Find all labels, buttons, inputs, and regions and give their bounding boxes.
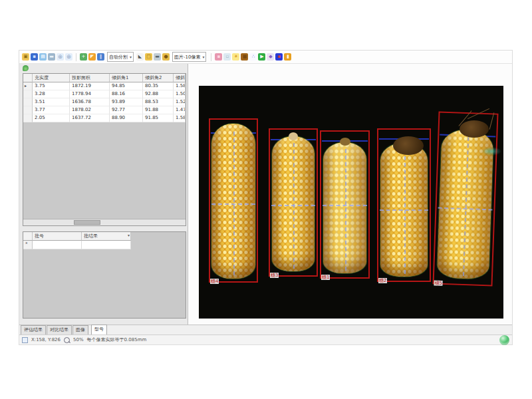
palette-icon[interactable]: ◆ bbox=[267, 53, 274, 61]
horizontal-scrollbar[interactable] bbox=[23, 219, 186, 225]
segment-mode-select[interactable]: 自动分割▾ bbox=[107, 52, 134, 62]
magnifier-icon bbox=[64, 337, 70, 343]
length-measure-line bbox=[463, 137, 469, 275]
screenshot-canvas: ▣ ▪ ▤ ▬ ◎ ◎ + ◤ ‖ 自动分割▾ ◣ □ ▬ ● 图片-10像素▾… bbox=[0, 0, 532, 399]
batch-new-row[interactable] bbox=[23, 241, 131, 249]
tab[interactable]: 图像 bbox=[72, 325, 88, 334]
zoom-level: 50% bbox=[73, 337, 84, 342]
detection-box-1[interactable]: 穗4 bbox=[209, 118, 258, 283]
pink-marker-icon[interactable]: ▪ bbox=[215, 53, 222, 61]
cell-fullness: 3.75 bbox=[33, 82, 70, 90]
col-header-fullness[interactable]: 充实度 bbox=[33, 74, 70, 82]
measure-results-grid: 充实度 投影面积 倾斜角1 倾斜角2 倾斜角3 3.75 1872.19 94.… bbox=[23, 73, 186, 226]
app-window: ▣ ▪ ▤ ▬ ◎ ◎ + ◤ ‖ 自动分割▾ ◣ □ ▬ ● 图片-10像素▾… bbox=[19, 50, 513, 345]
ear-tip bbox=[289, 132, 298, 140]
cell-angle1: 92.77 bbox=[110, 106, 143, 114]
seedling-icon bbox=[23, 65, 29, 71]
row-selector[interactable] bbox=[23, 98, 33, 106]
cell-angle1: 93.89 bbox=[110, 98, 143, 106]
brightness-sun-icon[interactable]: ☀ bbox=[232, 53, 239, 61]
table-row[interactable]: 2.05 1637.72 88.90 91.85 1.58 bbox=[23, 114, 186, 122]
camera-icon[interactable]: ● bbox=[162, 53, 170, 61]
tab[interactable]: 对比结果 bbox=[47, 325, 72, 334]
chevron-down-icon: ▾ bbox=[130, 55, 132, 59]
position-icon bbox=[22, 337, 28, 343]
row-selector[interactable] bbox=[23, 82, 33, 90]
layer-icon[interactable]: ▫ bbox=[223, 53, 231, 61]
cell-fullness: 2.05 bbox=[33, 114, 70, 122]
color-wand-icon[interactable]: + bbox=[80, 53, 87, 61]
ear-label: 穗2 bbox=[378, 278, 387, 283]
scrollbar-thumb[interactable] bbox=[74, 220, 100, 225]
cell-batch-result[interactable] bbox=[82, 241, 131, 249]
run-play-icon[interactable]: ▶ bbox=[258, 53, 265, 61]
cell-angle1: 88.16 bbox=[110, 90, 143, 98]
col-header-batch-result[interactable]: 批结果▾ bbox=[82, 232, 131, 241]
cell-angle2: 91.85 bbox=[143, 114, 174, 122]
row-selector-header[interactable] bbox=[23, 74, 33, 82]
col-header-area[interactable]: 投影面积 bbox=[70, 74, 110, 82]
cell-batch-no[interactable] bbox=[33, 241, 82, 249]
pointer-arrow-icon[interactable]: ◣ bbox=[136, 53, 144, 61]
status-bar: X:158, Y:826 50% 每个像素实际等于0.085mm bbox=[19, 334, 512, 344]
detection-box-2[interactable]: 穗3 bbox=[269, 128, 318, 277]
ear-label: 穗5 bbox=[434, 280, 443, 285]
scatter-points-icon[interactable]: ∴ bbox=[249, 53, 257, 61]
detection-box-3[interactable]: 穗1 bbox=[320, 130, 370, 279]
row-selector[interactable] bbox=[23, 114, 33, 122]
toolbar-separator bbox=[211, 53, 211, 61]
batch-grid-header-row: 批号 批结果▾ bbox=[23, 232, 131, 241]
tab[interactable]: 评估结果 bbox=[21, 325, 46, 334]
cell-angle3: 1.47 bbox=[174, 106, 186, 114]
save-icon[interactable]: ▪ bbox=[31, 53, 38, 61]
tab[interactable]: 型号 bbox=[91, 325, 107, 334]
window-blue-icon[interactable]: ▪ bbox=[275, 53, 283, 61]
cell-angle3: 1.58 bbox=[174, 114, 186, 122]
ear-tip bbox=[340, 138, 350, 146]
zoom-out-icon[interactable]: ◎ bbox=[65, 53, 72, 61]
col-header-angle3[interactable]: 倾斜角3 bbox=[174, 74, 186, 82]
corn-silk bbox=[460, 120, 489, 138]
row-selector[interactable] bbox=[23, 106, 33, 114]
zoom-in-icon[interactable]: ◎ bbox=[57, 53, 64, 61]
corn-ear bbox=[211, 124, 255, 279]
cell-angle3: 1.52 bbox=[174, 98, 186, 106]
toolbar: ▣ ▪ ▤ ▬ ◎ ◎ + ◤ ‖ 自动分割▾ ◣ □ ▬ ● 图片-10像素▾… bbox=[19, 51, 512, 64]
cell-fullness: 3.51 bbox=[33, 98, 70, 106]
split-compare-icon[interactable]: ‖ bbox=[97, 53, 104, 61]
cell-area: 1878.02 bbox=[70, 106, 110, 114]
batch-grid: 批号 批结果▾ bbox=[23, 231, 186, 319]
fill-brown-icon[interactable]: ■ bbox=[241, 53, 248, 61]
pixel-scale-select[interactable]: 图片-10像素▾ bbox=[172, 52, 206, 62]
row-selector[interactable] bbox=[23, 90, 33, 98]
col-header-angle2[interactable]: 倾斜角2 bbox=[143, 74, 174, 82]
cell-area: 1778.94 bbox=[70, 90, 110, 98]
table-row[interactable]: 3.77 1878.02 92.77 91.88 1.47 bbox=[23, 106, 186, 114]
row-selector-header[interactable] bbox=[23, 232, 33, 241]
col-header-batch-no[interactable]: 批号 bbox=[33, 232, 82, 241]
image-icon[interactable]: ▤ bbox=[39, 53, 47, 61]
cell-angle1: 94.85 bbox=[110, 82, 143, 90]
brand-orb-icon bbox=[499, 335, 509, 345]
corn-silk bbox=[393, 136, 424, 155]
width-measure-line bbox=[323, 205, 367, 206]
chevron-down-icon[interactable]: ▾ bbox=[128, 233, 130, 237]
image-viewer-panel: 穗4 穗3 穗1 穗2 bbox=[188, 64, 512, 325]
table-row[interactable]: 3.28 1778.94 88.16 92.88 1.50 bbox=[23, 90, 186, 98]
print-icon[interactable]: ▬ bbox=[48, 53, 55, 61]
col-header-angle1[interactable]: 倾斜角1 bbox=[110, 74, 143, 82]
ear-label: 穗1 bbox=[321, 275, 330, 280]
cell-fullness: 3.28 bbox=[33, 90, 70, 98]
length-measure-line bbox=[404, 150, 406, 274]
corn-photo-canvas[interactable]: 穗4 穗3 穗1 穗2 bbox=[199, 86, 503, 319]
width-measure-line bbox=[271, 205, 315, 206]
table-row[interactable]: 3.75 1872.19 94.85 80.35 1.58 bbox=[23, 82, 186, 90]
open-folder-icon[interactable]: ▣ bbox=[22, 53, 29, 61]
crop-corner-icon[interactable]: ◤ bbox=[88, 53, 96, 61]
detection-box-5[interactable]: 穗5 bbox=[432, 112, 498, 287]
monitor-icon[interactable]: ▬ bbox=[154, 53, 161, 61]
table-row[interactable]: 3.51 1636.78 93.89 88.53 1.52 bbox=[23, 98, 186, 106]
ear-label: 穗3 bbox=[270, 273, 279, 278]
capture-frame-icon[interactable]: □ bbox=[145, 53, 152, 61]
report-gold-icon[interactable]: ▮ bbox=[284, 53, 291, 61]
